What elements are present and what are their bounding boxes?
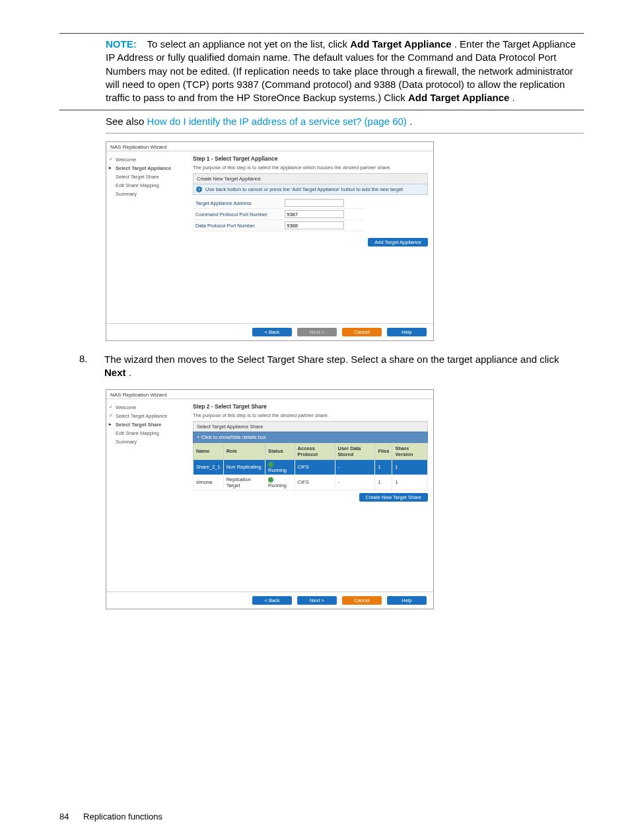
cell-status: Running <box>265 459 295 475</box>
wizard1-help-button[interactable]: Help <box>387 328 427 336</box>
wizard2-next-button[interactable]: Next > <box>297 596 337 605</box>
cell-role: Replication Target <box>223 475 265 490</box>
create-new-target-share-button[interactable]: Create New Target Share <box>359 493 429 502</box>
cell-name: simona <box>193 475 224 490</box>
step-8-bold: Next <box>104 367 126 378</box>
step-8-text-prefix: The wizard then moves to the Select Targ… <box>104 354 559 365</box>
sidebar2-item-select-target-appliance[interactable]: Select Target Appliance <box>109 412 185 420</box>
share-table: Name Role Status Access Protocol User Da… <box>193 443 428 490</box>
wizard1-info-bar: i Use back button to cancel or press the… <box>193 184 428 195</box>
wizard2-screenshot: NAS Replication Wizard Welcome Select Ta… <box>106 389 434 609</box>
see-also-rule <box>106 133 584 134</box>
note-text-1: To select an appliance not yet on the li… <box>147 38 351 50</box>
note-bottom-rule <box>59 110 584 110</box>
form-label-address: Target Appliance Address <box>193 198 282 209</box>
note-text-3: . <box>512 92 515 103</box>
note-bold-1: Add Target Appliance <box>350 38 451 50</box>
col-version[interactable]: Share Version <box>392 443 428 459</box>
table-row[interactable]: Share_2_1 Non Replicating Running CIFS -… <box>193 459 428 475</box>
wizard1-footer: < Back Next > Cancel Help <box>106 323 433 340</box>
cell-protocol: CIFS <box>295 475 335 490</box>
status-dot-icon <box>268 477 273 482</box>
cell-stored: - <box>335 459 375 475</box>
wizard2-step-desc: The purpose of this step is to select th… <box>193 412 428 418</box>
status-dot-icon <box>268 462 273 467</box>
wizard1-screenshot: NAS Replication Wizard Welcome Select Ta… <box>106 141 434 341</box>
see-also-suffix: . <box>409 116 412 127</box>
wizard2-cancel-button[interactable]: Cancel <box>342 596 382 605</box>
add-target-appliance-button[interactable]: Add Target Appliance <box>368 238 428 247</box>
wizard1-panel-header: Create New Target Appliance <box>193 173 428 184</box>
wizard2-step-title: Step 2 - Select Target Share <box>193 403 428 410</box>
wizard1-step-title: Step 1 - Select Target Appliance <box>193 155 428 162</box>
wizard2-footer: < Back Next > Cancel Help <box>106 592 433 609</box>
step-8-text-suffix: . <box>129 367 131 378</box>
info-icon: i <box>196 186 202 192</box>
target-appliance-address-input[interactable] <box>285 199 344 207</box>
wizard1-step-desc: The purpose of this step is to select th… <box>193 165 428 171</box>
form-label-data-port: Data Protocol Port Number <box>193 220 282 231</box>
sidebar-item-select-target-appliance[interactable]: Select Target Appliance <box>109 164 185 172</box>
sidebar-item-summary[interactable]: Summary <box>109 190 185 198</box>
wizard2-sidebar: Welcome Select Target Appliance Select T… <box>106 399 188 592</box>
page-number: 84 <box>59 812 69 821</box>
step-8-number: 8. <box>79 353 104 380</box>
wizard2-help-button[interactable]: Help <box>387 596 427 605</box>
see-also-prefix: See also <box>106 116 147 127</box>
sidebar2-item-select-target-share[interactable]: Select Target Share <box>109 420 185 429</box>
cell-files: 1 <box>375 475 392 490</box>
col-name[interactable]: Name <box>193 443 224 459</box>
sidebar-item-select-target-share[interactable]: Select Target Share <box>109 172 185 181</box>
cell-version: 1 <box>392 459 428 475</box>
cell-stored: - <box>335 475 375 490</box>
data-port-input[interactable] <box>285 221 344 229</box>
form-label-command-port: Command Protocol Port Number <box>193 209 282 220</box>
cell-protocol: CIFS <box>295 459 335 475</box>
sidebar2-item-welcome[interactable]: Welcome <box>109 403 185 412</box>
see-also-link[interactable]: How do I identify the IP address of a se… <box>147 116 407 127</box>
wizard1-window-title: NAS Replication Wizard <box>106 142 433 151</box>
col-protocol[interactable]: Access Protocol <box>295 443 335 459</box>
wizard2-window-title: NAS Replication Wizard <box>106 390 433 399</box>
wizard1-form: Target Appliance Address Command Protoco… <box>193 198 428 231</box>
sidebar-item-welcome[interactable]: Welcome <box>109 155 185 164</box>
wizard1-back-button[interactable]: < Back <box>252 328 292 336</box>
cell-files: 1 <box>375 459 392 475</box>
command-port-input[interactable] <box>285 210 344 218</box>
note-top-rule <box>59 33 584 34</box>
cell-name: Share_2_1 <box>193 459 224 475</box>
col-role[interactable]: Role <box>223 443 265 459</box>
step-8-item: 8. The wizard then moves to the Select T… <box>79 353 584 380</box>
footer-section: Replication functions <box>83 812 162 821</box>
col-status[interactable]: Status <box>265 443 295 459</box>
sidebar-item-edit-share-mapping[interactable]: Edit Share Mapping <box>109 181 185 190</box>
wizard1-sidebar: Welcome Select Target Appliance Select T… <box>106 151 188 323</box>
page-footer: 84 Replication functions <box>0 812 630 821</box>
table-row[interactable]: simona Replication Target Running CIFS -… <box>193 475 428 490</box>
note-label: NOTE: <box>106 38 137 50</box>
wizard2-back-button[interactable]: < Back <box>252 596 292 605</box>
cell-status: Running <box>265 475 295 490</box>
sidebar2-item-edit-share-mapping[interactable]: Edit Share Mapping <box>109 429 185 438</box>
cell-role: Non Replicating <box>223 459 265 475</box>
see-also-line: See also How do I identify the IP addres… <box>106 114 577 129</box>
wizard1-cancel-button[interactable]: Cancel <box>342 328 382 336</box>
col-files[interactable]: Files <box>375 443 392 459</box>
wizard1-info-text: Use back button to cancel or press the '… <box>205 186 403 192</box>
note-block: NOTE: To select an appliance not yet on … <box>106 38 577 104</box>
cell-version: 1 <box>392 475 428 490</box>
note-bold-2: Add Target Appliance <box>408 92 509 103</box>
details-toggle[interactable]: + Click to show/hide details box <box>193 432 428 443</box>
wizard1-next-button[interactable]: Next > <box>297 328 337 336</box>
sidebar2-item-summary[interactable]: Summary <box>109 438 185 446</box>
col-stored[interactable]: User Data Stored <box>335 443 375 459</box>
wizard2-panel-header: Select Target Appliance Share <box>193 421 428 432</box>
